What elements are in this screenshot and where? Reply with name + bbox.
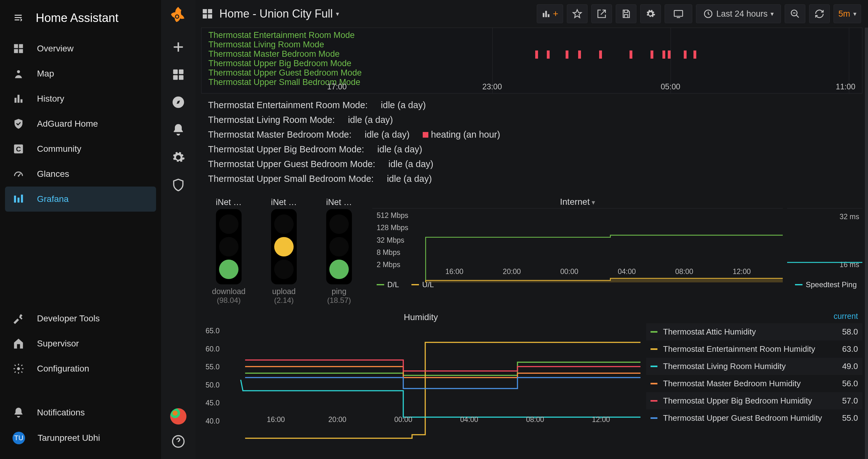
save-button[interactable] [616,4,637,23]
add-panel-button[interactable]: + [537,4,563,23]
inet-download-gauge[interactable]: iNet … download (98.04) [201,195,256,305]
help-icon[interactable] [172,434,185,448]
sidebar-item-supervisor[interactable]: Supervisor [5,331,156,356]
dashboard-title[interactable]: Home - Union City Full ▾ [219,7,339,20]
humidity-panel-title[interactable]: Humidity [201,310,641,325]
svg-rect-1 [19,44,23,48]
sidebar-item-glances[interactable]: Glances [5,162,156,187]
svg-rect-29 [545,11,547,17]
ping-chart[interactable]: 32 ms16 ms [787,208,862,277]
humidity-legend-row[interactable]: Thermostat Entertainment Room Humidity63… [646,341,862,358]
heating-mark [535,51,538,59]
c-box-icon: C [12,143,25,155]
humidity-legend: current Thermostat Attic Humidity58.0The… [646,310,862,427]
svg-rect-2 [14,49,18,53]
svg-rect-13 [21,195,23,203]
svg-point-4 [17,70,20,74]
humidity-legend-row[interactable]: Thermostat Living Room Humidity49.0 [646,358,862,375]
inet-ping-gauge[interactable]: iNet … ping (18.57) [311,195,367,305]
breadcrumb-root: Home [219,7,249,20]
timeline-row-label: Thermostat Upper Guest Bedroom Mode [208,68,362,78]
heating-mark [629,51,632,59]
heating-mark [578,51,581,59]
x-tick: 11:00 [836,82,856,91]
svg-rect-0 [14,44,18,48]
share-button[interactable] [591,4,612,23]
svg-rect-12 [18,198,20,203]
sidebar-item-notifications[interactable]: Notifications [5,400,156,425]
sidebar-item-user[interactable]: TU Tarunpreet Ubhi [5,425,156,451]
explore-compass-icon[interactable] [172,95,185,109]
timeline-row-label: Thermostat Master Bedroom Mode [208,49,340,59]
zoom-out-button[interactable] [785,4,805,23]
svg-marker-34 [426,279,783,283]
sidebar-item-configuration[interactable]: Configuration [5,356,156,381]
svg-text:C: C [16,145,21,153]
sidebar-item-grafana[interactable]: Grafana [5,187,156,212]
svg-rect-11 [14,196,16,203]
heating-mark [693,51,696,59]
humidity-legend-row[interactable]: Thermostat Upper Big Bedroom Humidity57.… [646,392,862,409]
gauge-icon [12,168,25,180]
star-button[interactable] [567,4,588,23]
svg-rect-5 [14,98,16,103]
caret-down-icon: ▾ [592,198,595,206]
sidebar-item-community[interactable]: CCommunity [5,136,156,162]
svg-point-17 [176,16,178,18]
menu-collapse-icon[interactable] [11,13,25,24]
alerting-bell-icon[interactable] [172,123,185,137]
dashboards-icon[interactable] [172,68,185,82]
internet-legend-right: Speedtest Ping [787,277,862,289]
refresh-button[interactable] [809,4,830,23]
dashboard-topbar: Home - Union City Full ▾ + Last 24 hours… [195,0,868,28]
sidebar-item-history[interactable]: History [5,86,156,111]
shield-icon[interactable] [172,178,185,192]
gear-icon[interactable] [172,150,185,164]
legend-row: Thermostat Upper Big Bedroom Mode:idle (… [208,142,856,157]
series-color-swatch [651,417,657,419]
thermostat-mode-timeline-panel[interactable]: Thermostat Entertainment Room ModeThermo… [201,28,862,93]
svg-rect-19 [179,69,184,74]
legend-row: Thermostat Living Room Mode:idle (a day) [208,113,856,127]
time-range-picker[interactable]: Last 24 hours ▾ [696,4,781,23]
humidity-legend-row[interactable]: Thermostat Upper Guest Bedroom Humidity5… [646,409,862,427]
grafana-side-strip [161,0,195,459]
sidebar-item-developer-tools[interactable]: Developer Tools [5,306,156,331]
inet-upload-gauge[interactable]: iNet … upload (2.14) [256,195,311,305]
sidebar-item-map[interactable]: Map [5,61,156,86]
svg-rect-7 [20,99,22,103]
timeline-legend: Thermostat Entertainment Room Mode:idle … [201,93,862,191]
svg-rect-30 [548,14,549,17]
grafana-logo-icon[interactable] [168,6,188,26]
svg-rect-27 [208,15,212,19]
traffic-light-icon [326,209,352,284]
shield-check-icon [12,118,25,130]
humidity-chart[interactable]: 65.060.055.050.045.040.0 16:0020:0000:00… [201,325,641,425]
grafana-mini-icon [12,193,25,205]
series-color-swatch [651,400,657,402]
internet-panel-title[interactable]: Internet▾ [372,195,783,208]
heating-mark [662,51,665,59]
notifications-label: Notifications [37,408,85,418]
refresh-interval-picker[interactable]: 5m▾ [834,4,861,23]
breadcrumb-leaf: Union City Full [259,7,333,20]
timeline-row-label: Thermostat Entertainment Room Mode [208,30,355,40]
legend-key[interactable]: Speedtest Ping [795,280,857,289]
svg-rect-6 [18,95,20,103]
sidebar-item-overview[interactable]: Overview [5,36,156,61]
internet-chart[interactable]: 512 Mbps128 Mbps32 Mbps8 Mbps2 Mbps 16:0… [372,208,783,277]
scrollbar[interactable] [865,28,868,459]
traffic-light-icon [271,209,297,284]
cycle-view-button[interactable] [664,4,692,23]
humidity-legend-row[interactable]: Thermostat Attic Humidity58.0 [646,323,862,341]
svg-rect-31 [674,10,683,16]
app-title: Home Assistant [36,11,119,25]
heating-mark [651,51,653,59]
x-tick: 05:00 [660,82,680,91]
settings-button[interactable] [640,4,661,23]
grafana-user-avatar[interactable] [170,408,186,425]
humidity-legend-row[interactable]: Thermostat Master Bedroom Humidity56.0 [646,375,862,392]
sidebar-item-adguard-home[interactable]: AdGuard Home [5,111,156,136]
plus-icon[interactable] [172,40,185,54]
caret-down-icon: ▾ [771,10,774,18]
